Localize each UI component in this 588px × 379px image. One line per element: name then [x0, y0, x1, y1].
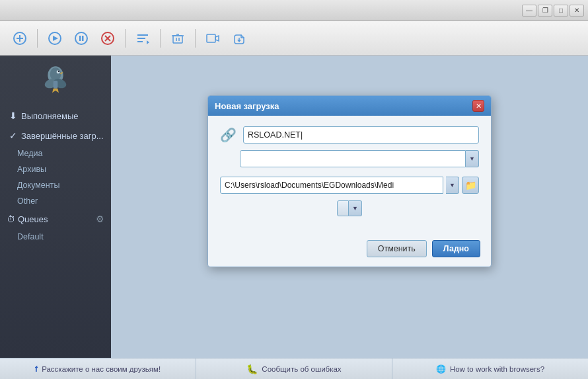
- sidebar-sub-media[interactable]: Медиа: [0, 146, 111, 161]
- restore-button[interactable]: ❐: [538, 5, 552, 17]
- dialog-body: 🔗 ▼ ▼ 📁: [208, 116, 491, 235]
- path-row: ▼ 📁: [220, 177, 479, 194]
- path-dropdown-button[interactable]: ▼: [446, 177, 459, 194]
- password-row: ▼: [240, 150, 479, 167]
- svg-rect-6: [79, 36, 81, 41]
- footer-bug[interactable]: 🐛 Сообщить об ошибках: [196, 358, 392, 379]
- title-bar: — ❐ □ ✕: [0, 0, 588, 21]
- bug-icon: 🐛: [246, 364, 258, 374]
- svg-marker-24: [237, 40, 241, 42]
- main-layout: ⬇ Выполняемые ✓ Завершённые загр... Меди…: [0, 56, 588, 358]
- footer: f Расскажите о нас своим друзьям! 🐛 Сооб…: [0, 358, 588, 379]
- play-button[interactable]: [43, 26, 67, 50]
- toolbar-separator-4: [195, 29, 196, 48]
- ok-button[interactable]: Ладно: [432, 240, 480, 257]
- svg-marker-21: [215, 36, 219, 41]
- modal-overlay: Новая загрузка ✕ 🔗 ▼: [111, 56, 588, 358]
- svg-point-5: [75, 32, 87, 44]
- footer-facebook[interactable]: f Расскажите о нас своим друзьям!: [0, 358, 196, 379]
- toolbar-separator-2: [125, 29, 126, 48]
- dialog-footer: Отменить Ладно: [208, 235, 491, 267]
- stop-button[interactable]: [96, 26, 120, 50]
- password-input[interactable]: [240, 150, 466, 167]
- url-input[interactable]: [243, 126, 479, 144]
- new-download-dialog: Новая загрузка ✕ 🔗 ▼: [207, 95, 492, 267]
- path-input[interactable]: [220, 177, 443, 194]
- svg-point-28: [58, 71, 60, 73]
- completed-icon: ✓: [9, 130, 17, 141]
- footer-bug-text: Сообщить об ошибках: [262, 365, 341, 373]
- toolbar-separator-3: [160, 29, 161, 48]
- browse-folder-button[interactable]: 📁: [462, 177, 479, 194]
- app-logo: [0, 61, 111, 101]
- pause-button[interactable]: [69, 26, 93, 50]
- svg-marker-14: [147, 40, 149, 44]
- facebook-icon: f: [35, 364, 38, 374]
- svg-rect-7: [82, 36, 84, 41]
- svg-rect-32: [54, 81, 58, 89]
- sidebar-sub-other[interactable]: Other: [0, 193, 111, 209]
- sidebar-sub-documents[interactable]: Документы: [0, 177, 111, 193]
- queues-icon: ⏱: [7, 214, 15, 224]
- svg-point-26: [50, 67, 61, 81]
- minimize-button[interactable]: —: [522, 5, 536, 17]
- content-area: Новая загрузка ✕ 🔗 ▼: [111, 56, 588, 358]
- close-window-button[interactable]: ✕: [570, 5, 584, 17]
- dialog-close-button[interactable]: ✕: [472, 100, 484, 112]
- browser-icon: 🌐: [436, 364, 446, 374]
- running-icon: ⬇: [9, 110, 17, 121]
- delete-button[interactable]: [166, 26, 190, 50]
- toolbar-separator-1: [37, 29, 38, 48]
- svg-rect-15: [173, 36, 182, 43]
- sidebar-item-running[interactable]: ⬇ Выполняемые: [0, 106, 111, 126]
- footer-help[interactable]: 🌐 How to work with browsers?: [392, 358, 588, 379]
- cancel-button[interactable]: Отменить: [367, 240, 427, 257]
- svg-rect-20: [207, 34, 215, 42]
- password-dropdown-button[interactable]: ▼: [466, 150, 479, 167]
- maximize-button[interactable]: □: [554, 5, 568, 17]
- sidebar-sub-default[interactable]: Default: [0, 229, 111, 245]
- dialog-header: Новая загрузка ✕: [208, 96, 491, 116]
- sidebar: ⬇ Выполняемые ✓ Завершённые загр... Меди…: [0, 56, 111, 358]
- footer-help-text: How to work with browsers?: [450, 365, 544, 373]
- title-bar-controls: — ❐ □ ✕: [522, 5, 584, 17]
- queue-select[interactable]: [337, 200, 349, 216]
- sidebar-sub-archives[interactable]: Архивы: [0, 161, 111, 177]
- add-button[interactable]: [8, 26, 32, 50]
- footer-facebook-text: Расскажите о нас своим друзьям!: [42, 365, 161, 373]
- svg-marker-4: [53, 36, 58, 41]
- dialog-title: Новая загрузка: [215, 101, 279, 111]
- sidebar-item-completed[interactable]: ✓ Завершённые загр...: [0, 126, 111, 146]
- toolbar: [0, 21, 588, 56]
- link-icon: 🔗: [220, 127, 237, 143]
- spacer: [220, 171, 479, 177]
- sort-button[interactable]: [131, 26, 155, 50]
- url-row: 🔗: [220, 126, 479, 144]
- queue-row: ▼: [220, 200, 479, 216]
- svg-marker-33: [52, 89, 59, 93]
- import-button[interactable]: [227, 26, 251, 50]
- queue-arrow-button[interactable]: ▼: [349, 200, 362, 216]
- queues-settings-icon[interactable]: ⚙: [96, 214, 104, 224]
- video-button[interactable]: [201, 26, 225, 50]
- sidebar-section-queues[interactable]: ⏱ Queues ⚙: [0, 209, 111, 229]
